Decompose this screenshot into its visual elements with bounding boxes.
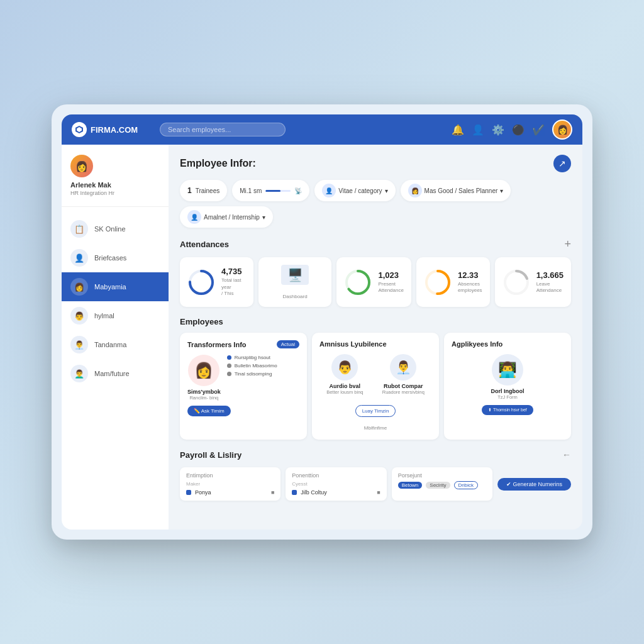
emp-name-aurdio: Aurdio bval bbox=[330, 383, 361, 389]
stat-label-present: PresentAttendance bbox=[378, 281, 403, 294]
toggle-icon[interactable]: ⚫ bbox=[512, 124, 525, 136]
pill-label-trainees: Trainees bbox=[196, 187, 220, 194]
monitor-icon: 🖥️ bbox=[281, 265, 309, 285]
emp-card-agplikyees-header: Agplikyees Info bbox=[452, 340, 564, 348]
attendances-title: Attendances bbox=[180, 240, 229, 249]
emp-checklist: Rursiplibg hsout Bulletin Mbasorimo Tina… bbox=[227, 355, 299, 401]
user-icon[interactable]: 👤 bbox=[472, 124, 484, 136]
emp-btn-thomsin[interactable]: ⬆ Thomsin hsvr bef bbox=[482, 405, 533, 415]
emp-card-amnisus: Amnisus Lyubilence 👨 Aurdio bval Better … bbox=[312, 333, 439, 440]
nav-avatar-tandanma: 👨‍💼 bbox=[70, 336, 88, 353]
emp-card-transform-content: 👩 Sims'ymbok Ranclim- binq Rursiplibg hs… bbox=[187, 355, 299, 401]
app-container: FIRMA.COM 🔔 👤 ⚙️ ⚫ ✔️ 👩 👩 Arlenek Mak HR… bbox=[62, 114, 582, 530]
check-item-1: Rursiplibg hsout bbox=[227, 355, 299, 360]
sidebar-item-briefcases[interactable]: 👤 Briefcases bbox=[62, 243, 169, 272]
sidebar-item-sk-online[interactable]: 📋 SK Online bbox=[62, 214, 169, 243]
payroll-tag-dribick: Dribick bbox=[454, 481, 478, 489]
payroll-col-title-3: Porsejunt bbox=[398, 472, 486, 479]
notification-icon[interactable]: 🔔 bbox=[452, 124, 464, 136]
pill-progress-fill bbox=[265, 190, 280, 192]
payroll-header: Payroll & Lisliry ← bbox=[180, 450, 571, 460]
emp-card-agplikyees-title: Agplikyees Info bbox=[452, 340, 502, 348]
emp-btn-ask-timim[interactable]: ✏️ Ask Timim bbox=[187, 406, 231, 416]
sidebar-item-hamar[interactable]: 👨 hylmal bbox=[62, 301, 169, 330]
sidebar-item-mam-future[interactable]: 👨‍🦱 Mam/future bbox=[62, 359, 169, 388]
stat-card-leave: 1,3.665 LeaveAttendance bbox=[495, 257, 571, 307]
user-avatar[interactable]: 👩 bbox=[552, 119, 572, 140]
check-dot-2 bbox=[227, 364, 231, 368]
pill-sales[interactable]: 👩 Mas Good / Sales Planner ▾ bbox=[401, 180, 511, 201]
payroll-row-2: Jilb Coltuy ■ bbox=[292, 489, 380, 496]
employee-info-action-btn[interactable]: ↗ bbox=[553, 155, 571, 172]
emp-btn-luay-timzin[interactable]: Luay Timzin bbox=[355, 405, 396, 417]
emp-avatar-aurdio: 👨 bbox=[331, 354, 358, 380]
screen-label: Dashboard bbox=[283, 294, 308, 299]
logo-text: FIRMA.COM bbox=[91, 125, 138, 135]
pill-internship[interactable]: 👤 Amalnet / Internship ▾ bbox=[180, 206, 273, 228]
logo-icon bbox=[72, 122, 87, 137]
payroll-col-subtitle-1: Maker bbox=[186, 481, 274, 487]
employee-info-pills: 1 Trainees Mi.1 sm 📡 👤 Vitae / category … bbox=[180, 180, 571, 228]
nav-avatar-hamar: 👨 bbox=[70, 307, 88, 325]
stat-num-present: 1,023 bbox=[378, 270, 403, 280]
chevron-down-icon-internship: ▾ bbox=[262, 214, 265, 221]
payroll-tag-seclrity: Seclrity bbox=[426, 482, 450, 489]
search-input[interactable] bbox=[160, 123, 286, 136]
sidebar-label-tandanma: Tandanma bbox=[94, 341, 126, 348]
payroll-grid: Entimption Maker Ponya ■ Ponenttion Cyes… bbox=[180, 467, 571, 501]
payroll-arrow-icon[interactable]: ← bbox=[562, 450, 571, 460]
pill-progress: Mi.1 sm 📡 bbox=[232, 180, 309, 201]
pill-category[interactable]: 👤 Vitae / category ▾ bbox=[314, 180, 395, 201]
emp-role-aurdio: Better lousm binq bbox=[326, 389, 363, 395]
pill-avatar-vitae: 👤 bbox=[322, 184, 336, 197]
device-frame: FIRMA.COM 🔔 👤 ⚙️ ⚫ ✔️ 👩 👩 Arlenek Mak HR… bbox=[52, 104, 592, 540]
emp-agplikyees-content: 👨‍💻 Dorl Ingbool TzJ Form ⬆ Thomsin hsvr… bbox=[452, 354, 564, 415]
check-item-2: Bulletin Mbasorimo bbox=[227, 363, 299, 369]
stat-card-screen: 🖥️ Dashboard bbox=[258, 257, 332, 307]
sidebar-item-tandanma[interactable]: 👨‍💼 Tandanma bbox=[62, 330, 169, 359]
payroll-dot-2 bbox=[292, 490, 297, 495]
sidebar-label-briefcases: Briefcases bbox=[94, 254, 126, 262]
sidebar-label-hamar: hylmal bbox=[94, 312, 114, 319]
payroll-item-ponya: Ponya bbox=[195, 489, 211, 496]
stat-num-leave: 1,3.665 bbox=[536, 270, 564, 280]
generate-numerins-btn[interactable]: ✔ Generate Numerins bbox=[497, 478, 571, 491]
payroll-col-title-1: Entimption bbox=[186, 472, 274, 479]
chevron-down-icon-sales: ▾ bbox=[500, 187, 503, 194]
nav-icon-sk-online: 📋 bbox=[70, 220, 88, 238]
app-logo: FIRMA.COM bbox=[72, 122, 160, 137]
settings-icon[interactable]: ⚙️ bbox=[492, 124, 504, 136]
stat-info-present: 1,023 PresentAttendance bbox=[378, 270, 403, 294]
emp-avatar-dorl: 👨‍💻 bbox=[492, 354, 523, 386]
stat-circle-absences bbox=[424, 269, 452, 296]
multi-person-aurdio: 👨 Aurdio bval Better lousm binq bbox=[326, 354, 363, 395]
pill-avatar-sales: 👩 bbox=[408, 184, 422, 197]
pill-avatar-internship: 👤 bbox=[187, 210, 201, 224]
sidebar-label-mam-future: Mam/future bbox=[94, 370, 130, 377]
payroll-generate-col: ✔ Generate Numerins bbox=[497, 467, 571, 501]
stat-circle-present bbox=[344, 269, 372, 296]
stat-circle-leave bbox=[502, 269, 530, 296]
payroll-dot-1 bbox=[186, 490, 191, 495]
employees-section-header: Employees bbox=[180, 317, 571, 326]
stat-card-total: 4,735 Total last year/ This bbox=[180, 257, 253, 307]
stat-num-total: 4,735 bbox=[221, 267, 246, 276]
header: FIRMA.COM 🔔 👤 ⚙️ ⚫ ✔️ 👩 bbox=[62, 114, 582, 145]
pill-label-progress: Mi.1 sm bbox=[240, 187, 262, 194]
payroll-tag-betown: Betown bbox=[398, 482, 423, 489]
stat-circle-total bbox=[187, 269, 215, 296]
pill-label-internship: Amalnet / Internship bbox=[204, 214, 260, 221]
check-icon[interactable]: ✔️ bbox=[532, 124, 545, 136]
sidebar-item-mabyamia[interactable]: 👩 Mabyamia bbox=[62, 272, 169, 301]
attendances-add-btn[interactable]: + bbox=[564, 238, 571, 251]
attendance-stats-row: 4,735 Total last year/ This 🖥️ Dashboard bbox=[180, 257, 571, 307]
emp-name-dorl: Dorl Ingbool bbox=[491, 388, 525, 394]
payroll-tags-row: Betown Seclrity Dribick bbox=[398, 481, 486, 489]
multi-person-rubot: 👨‍💼 Rubot Compar Ruadore mersivbinq bbox=[382, 354, 425, 395]
attendances-header: Attendances + bbox=[180, 238, 571, 251]
pill-trainees: 1 Trainees bbox=[180, 180, 227, 201]
pill-progress-bar bbox=[265, 190, 291, 192]
stat-card-present: 1,023 PresentAttendance bbox=[336, 257, 411, 307]
pill-label-sales: Mas Good / Sales Planner bbox=[425, 187, 498, 194]
employees-cards-row: Transformers Info Actual 👩 Sims'ymbok Ra… bbox=[180, 333, 571, 440]
